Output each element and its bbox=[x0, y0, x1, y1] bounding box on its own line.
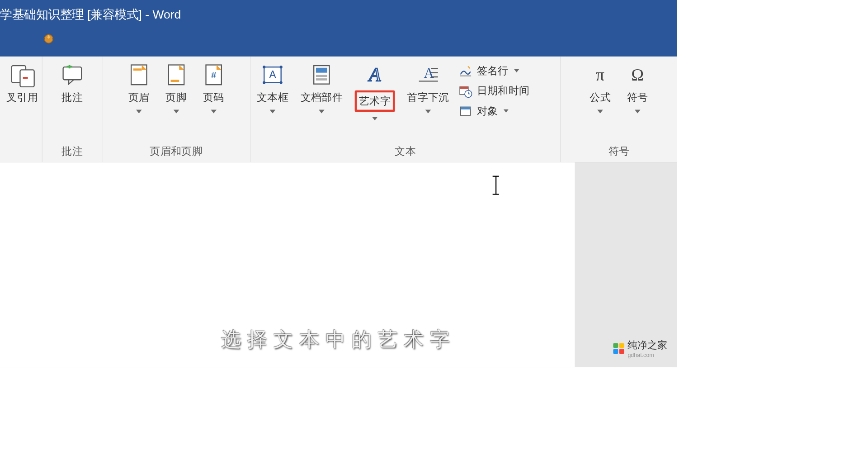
footer-icon bbox=[164, 62, 189, 87]
header-icon bbox=[126, 62, 151, 87]
ribbon-group-text: A 文本框 文档部件 A 艺术字 bbox=[250, 57, 561, 162]
text-box-button[interactable]: A 文本框 bbox=[254, 61, 292, 114]
chevron-down-icon bbox=[504, 109, 509, 113]
date-time-label: 日期和时间 bbox=[477, 84, 530, 98]
symbol-icon: Ω bbox=[625, 62, 650, 87]
comment-label: 批注 bbox=[61, 90, 83, 105]
text-cursor bbox=[495, 176, 496, 194]
chevron-down-icon bbox=[635, 110, 640, 114]
symbol-button[interactable]: Ω 符号 bbox=[622, 61, 653, 114]
signature-line-label: 签名行 bbox=[477, 63, 509, 78]
chevron-down-icon bbox=[270, 110, 275, 114]
svg-point-17 bbox=[280, 66, 283, 68]
text-box-label: 文本框 bbox=[257, 90, 288, 105]
chevron-down-icon bbox=[319, 110, 324, 114]
date-time-icon bbox=[458, 84, 472, 98]
svg-rect-38 bbox=[461, 107, 471, 109]
chevron-down-icon bbox=[372, 117, 377, 120]
svg-text:Ω: Ω bbox=[631, 66, 644, 84]
word-art-icon: A bbox=[362, 62, 387, 87]
quick-parts-button[interactable]: 文档部件 bbox=[297, 61, 345, 114]
ribbon-group-header-footer: 页眉 页脚 # 页码 页眉和页脚 bbox=[102, 57, 250, 162]
comment-button[interactable]: 批注 bbox=[57, 61, 88, 106]
quick-parts-icon bbox=[309, 62, 334, 87]
window-title: 学基础知识整理 [兼容模式] - Word bbox=[0, 4, 677, 23]
svg-text:A: A bbox=[269, 69, 276, 81]
ribbon-group-comments: 批注 批注 bbox=[42, 57, 103, 162]
equation-label: 公式 bbox=[590, 90, 611, 105]
svg-text:π: π bbox=[596, 66, 604, 84]
date-time-button[interactable]: 日期和时间 bbox=[458, 84, 530, 98]
cross-reference-label: 叉引用 bbox=[6, 90, 38, 105]
highlight-box: 艺术字 bbox=[355, 90, 395, 112]
ribbon-group-symbols: π 公式 Ω 符号 符号 bbox=[561, 57, 677, 162]
svg-text:#: # bbox=[211, 70, 216, 80]
subtitle-caption: 选择文本中的艺术字 bbox=[221, 327, 456, 353]
svg-text:A: A bbox=[368, 64, 381, 85]
watermark: 纯净之家 gdhat.com bbox=[613, 338, 667, 358]
object-button[interactable]: 对象 bbox=[458, 104, 530, 118]
header-label: 页眉 bbox=[128, 90, 150, 105]
text-side-items: 签名行 日期和时间 对象 bbox=[458, 61, 530, 118]
equation-button[interactable]: π 公式 bbox=[585, 61, 616, 114]
svg-rect-33 bbox=[460, 86, 468, 89]
svg-rect-24 bbox=[316, 78, 327, 81]
page-number-icon: # bbox=[201, 62, 226, 87]
footer-label: 页脚 bbox=[165, 90, 187, 105]
svg-rect-12 bbox=[170, 80, 179, 82]
word-art-label: 艺术字 bbox=[359, 94, 391, 108]
drop-cap-button[interactable]: A 首字下沉 bbox=[404, 61, 452, 114]
object-label: 对象 bbox=[477, 104, 498, 118]
chevron-down-icon bbox=[597, 110, 603, 114]
signature-line-button[interactable]: 签名行 bbox=[458, 63, 530, 78]
symbol-label: 符号 bbox=[627, 90, 648, 105]
word-art-button[interactable]: A 艺术字 bbox=[352, 61, 397, 122]
chevron-down-icon bbox=[173, 110, 179, 114]
text-group-label: 文本 bbox=[254, 140, 557, 160]
addon-icon[interactable] bbox=[42, 33, 55, 45]
comment-icon bbox=[59, 62, 85, 87]
svg-rect-23 bbox=[316, 75, 327, 77]
title-bar: 学基础知识整理 [兼容模式] - Word bbox=[0, 0, 677, 57]
text-box-icon: A bbox=[260, 62, 285, 87]
svg-rect-22 bbox=[316, 68, 327, 73]
watermark-url: gdhat.com bbox=[627, 352, 667, 358]
svg-rect-10 bbox=[133, 68, 142, 71]
document-name: 学基础知识整理 [兼容模式] bbox=[0, 7, 142, 21]
symbols-group-label: 符号 bbox=[564, 140, 674, 160]
ribbon-group-reference: 叉引用 bbox=[0, 57, 42, 162]
svg-point-19 bbox=[280, 81, 283, 84]
drop-cap-icon: A bbox=[415, 62, 441, 87]
watermark-logo-icon bbox=[613, 343, 624, 354]
footer-button[interactable]: 页脚 bbox=[160, 61, 192, 114]
ribbon: 叉引用 批注 批注 bbox=[0, 57, 677, 162]
object-icon bbox=[458, 104, 472, 118]
equation-icon: π bbox=[587, 62, 613, 87]
app-name: Word bbox=[152, 7, 181, 21]
svg-point-16 bbox=[263, 66, 265, 68]
page-number-button[interactable]: # 页码 bbox=[198, 61, 229, 114]
signature-icon bbox=[458, 64, 472, 78]
header-button[interactable]: 页眉 bbox=[123, 61, 155, 114]
watermark-name: 纯净之家 bbox=[627, 338, 667, 352]
vertical-scrollbar[interactable] bbox=[671, 162, 677, 367]
drop-cap-label: 首字下沉 bbox=[407, 90, 449, 105]
chevron-down-icon bbox=[136, 110, 142, 114]
chevron-down-icon bbox=[211, 110, 216, 114]
cross-reference-button[interactable]: 叉引用 bbox=[4, 61, 41, 106]
chevron-down-icon bbox=[425, 110, 431, 114]
comments-group-label: 批注 bbox=[46, 140, 98, 160]
chevron-down-icon bbox=[514, 69, 519, 72]
quick-parts-label: 文档部件 bbox=[301, 90, 343, 105]
svg-point-18 bbox=[263, 81, 265, 84]
page-number-label: 页码 bbox=[203, 90, 224, 105]
svg-rect-5 bbox=[23, 77, 28, 79]
svg-rect-6 bbox=[63, 67, 81, 80]
cross-reference-icon bbox=[9, 62, 35, 87]
header-footer-group-label: 页眉和页脚 bbox=[106, 140, 246, 160]
